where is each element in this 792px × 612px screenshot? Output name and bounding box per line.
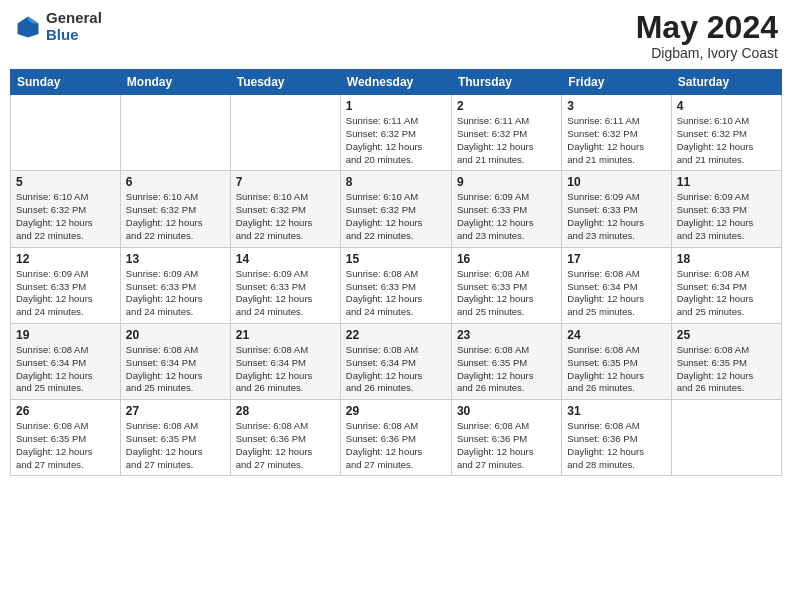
calendar-cell: 10Sunrise: 6:09 AM Sunset: 6:33 PM Dayli… bbox=[562, 171, 671, 247]
day-number: 10 bbox=[567, 175, 665, 189]
day-number: 21 bbox=[236, 328, 335, 342]
day-number: 15 bbox=[346, 252, 446, 266]
calendar-week-3: 12Sunrise: 6:09 AM Sunset: 6:33 PM Dayli… bbox=[11, 247, 782, 323]
calendar-cell: 12Sunrise: 6:09 AM Sunset: 6:33 PM Dayli… bbox=[11, 247, 121, 323]
day-number: 8 bbox=[346, 175, 446, 189]
calendar-cell: 11Sunrise: 6:09 AM Sunset: 6:33 PM Dayli… bbox=[671, 171, 781, 247]
calendar-cell: 31Sunrise: 6:08 AM Sunset: 6:36 PM Dayli… bbox=[562, 400, 671, 476]
weekday-header-saturday: Saturday bbox=[671, 70, 781, 95]
calendar-cell: 22Sunrise: 6:08 AM Sunset: 6:34 PM Dayli… bbox=[340, 323, 451, 399]
day-number: 28 bbox=[236, 404, 335, 418]
calendar-cell: 17Sunrise: 6:08 AM Sunset: 6:34 PM Dayli… bbox=[562, 247, 671, 323]
day-info: Sunrise: 6:09 AM Sunset: 6:33 PM Dayligh… bbox=[567, 191, 665, 242]
day-number: 9 bbox=[457, 175, 556, 189]
day-number: 19 bbox=[16, 328, 115, 342]
day-info: Sunrise: 6:09 AM Sunset: 6:33 PM Dayligh… bbox=[236, 268, 335, 319]
day-number: 20 bbox=[126, 328, 225, 342]
day-info: Sunrise: 6:11 AM Sunset: 6:32 PM Dayligh… bbox=[457, 115, 556, 166]
day-info: Sunrise: 6:08 AM Sunset: 6:36 PM Dayligh… bbox=[236, 420, 335, 471]
calendar-cell: 27Sunrise: 6:08 AM Sunset: 6:35 PM Dayli… bbox=[120, 400, 230, 476]
day-info: Sunrise: 6:08 AM Sunset: 6:36 PM Dayligh… bbox=[567, 420, 665, 471]
day-number: 5 bbox=[16, 175, 115, 189]
day-number: 7 bbox=[236, 175, 335, 189]
day-info: Sunrise: 6:10 AM Sunset: 6:32 PM Dayligh… bbox=[346, 191, 446, 242]
calendar-week-4: 19Sunrise: 6:08 AM Sunset: 6:34 PM Dayli… bbox=[11, 323, 782, 399]
day-info: Sunrise: 6:09 AM Sunset: 6:33 PM Dayligh… bbox=[16, 268, 115, 319]
day-number: 23 bbox=[457, 328, 556, 342]
day-info: Sunrise: 6:08 AM Sunset: 6:34 PM Dayligh… bbox=[677, 268, 776, 319]
day-number: 27 bbox=[126, 404, 225, 418]
logo: General Blue bbox=[14, 10, 102, 43]
day-number: 29 bbox=[346, 404, 446, 418]
logo-general-text: General bbox=[46, 10, 102, 27]
day-info: Sunrise: 6:08 AM Sunset: 6:35 PM Dayligh… bbox=[567, 344, 665, 395]
day-number: 13 bbox=[126, 252, 225, 266]
logo-text: General Blue bbox=[46, 10, 102, 43]
day-info: Sunrise: 6:08 AM Sunset: 6:36 PM Dayligh… bbox=[457, 420, 556, 471]
day-info: Sunrise: 6:08 AM Sunset: 6:35 PM Dayligh… bbox=[126, 420, 225, 471]
day-info: Sunrise: 6:08 AM Sunset: 6:35 PM Dayligh… bbox=[457, 344, 556, 395]
day-info: Sunrise: 6:08 AM Sunset: 6:33 PM Dayligh… bbox=[457, 268, 556, 319]
day-info: Sunrise: 6:10 AM Sunset: 6:32 PM Dayligh… bbox=[16, 191, 115, 242]
day-info: Sunrise: 6:09 AM Sunset: 6:33 PM Dayligh… bbox=[677, 191, 776, 242]
day-info: Sunrise: 6:10 AM Sunset: 6:32 PM Dayligh… bbox=[677, 115, 776, 166]
calendar-cell: 19Sunrise: 6:08 AM Sunset: 6:34 PM Dayli… bbox=[11, 323, 121, 399]
day-number: 25 bbox=[677, 328, 776, 342]
day-number: 22 bbox=[346, 328, 446, 342]
day-info: Sunrise: 6:08 AM Sunset: 6:34 PM Dayligh… bbox=[567, 268, 665, 319]
day-number: 16 bbox=[457, 252, 556, 266]
day-number: 3 bbox=[567, 99, 665, 113]
calendar-cell: 8Sunrise: 6:10 AM Sunset: 6:32 PM Daylig… bbox=[340, 171, 451, 247]
calendar-cell: 14Sunrise: 6:09 AM Sunset: 6:33 PM Dayli… bbox=[230, 247, 340, 323]
calendar-cell bbox=[11, 95, 121, 171]
calendar-cell: 28Sunrise: 6:08 AM Sunset: 6:36 PM Dayli… bbox=[230, 400, 340, 476]
day-info: Sunrise: 6:08 AM Sunset: 6:33 PM Dayligh… bbox=[346, 268, 446, 319]
calendar-cell: 1Sunrise: 6:11 AM Sunset: 6:32 PM Daylig… bbox=[340, 95, 451, 171]
day-number: 14 bbox=[236, 252, 335, 266]
day-number: 17 bbox=[567, 252, 665, 266]
day-number: 1 bbox=[346, 99, 446, 113]
logo-icon bbox=[14, 13, 42, 41]
day-number: 26 bbox=[16, 404, 115, 418]
weekday-header-monday: Monday bbox=[120, 70, 230, 95]
calendar-cell bbox=[671, 400, 781, 476]
calendar-cell: 16Sunrise: 6:08 AM Sunset: 6:33 PM Dayli… bbox=[451, 247, 561, 323]
day-info: Sunrise: 6:10 AM Sunset: 6:32 PM Dayligh… bbox=[236, 191, 335, 242]
calendar-cell: 30Sunrise: 6:08 AM Sunset: 6:36 PM Dayli… bbox=[451, 400, 561, 476]
calendar-cell: 23Sunrise: 6:08 AM Sunset: 6:35 PM Dayli… bbox=[451, 323, 561, 399]
day-info: Sunrise: 6:08 AM Sunset: 6:36 PM Dayligh… bbox=[346, 420, 446, 471]
day-info: Sunrise: 6:08 AM Sunset: 6:35 PM Dayligh… bbox=[16, 420, 115, 471]
calendar-cell: 13Sunrise: 6:09 AM Sunset: 6:33 PM Dayli… bbox=[120, 247, 230, 323]
day-info: Sunrise: 6:08 AM Sunset: 6:34 PM Dayligh… bbox=[346, 344, 446, 395]
day-number: 30 bbox=[457, 404, 556, 418]
calendar-cell: 2Sunrise: 6:11 AM Sunset: 6:32 PM Daylig… bbox=[451, 95, 561, 171]
calendar-cell: 15Sunrise: 6:08 AM Sunset: 6:33 PM Dayli… bbox=[340, 247, 451, 323]
location: Digbam, Ivory Coast bbox=[636, 45, 778, 61]
day-number: 4 bbox=[677, 99, 776, 113]
day-info: Sunrise: 6:11 AM Sunset: 6:32 PM Dayligh… bbox=[567, 115, 665, 166]
day-number: 6 bbox=[126, 175, 225, 189]
weekday-header-row: SundayMondayTuesdayWednesdayThursdayFrid… bbox=[11, 70, 782, 95]
weekday-header-wednesday: Wednesday bbox=[340, 70, 451, 95]
day-number: 2 bbox=[457, 99, 556, 113]
day-info: Sunrise: 6:08 AM Sunset: 6:34 PM Dayligh… bbox=[126, 344, 225, 395]
day-info: Sunrise: 6:09 AM Sunset: 6:33 PM Dayligh… bbox=[126, 268, 225, 319]
page-header: General Blue May 2024 Digbam, Ivory Coas… bbox=[10, 10, 782, 61]
calendar-cell: 26Sunrise: 6:08 AM Sunset: 6:35 PM Dayli… bbox=[11, 400, 121, 476]
calendar-cell: 18Sunrise: 6:08 AM Sunset: 6:34 PM Dayli… bbox=[671, 247, 781, 323]
calendar-cell: 9Sunrise: 6:09 AM Sunset: 6:33 PM Daylig… bbox=[451, 171, 561, 247]
calendar-cell: 3Sunrise: 6:11 AM Sunset: 6:32 PM Daylig… bbox=[562, 95, 671, 171]
title-block: May 2024 Digbam, Ivory Coast bbox=[636, 10, 778, 61]
calendar-cell: 29Sunrise: 6:08 AM Sunset: 6:36 PM Dayli… bbox=[340, 400, 451, 476]
calendar-cell bbox=[120, 95, 230, 171]
day-info: Sunrise: 6:09 AM Sunset: 6:33 PM Dayligh… bbox=[457, 191, 556, 242]
day-info: Sunrise: 6:11 AM Sunset: 6:32 PM Dayligh… bbox=[346, 115, 446, 166]
day-number: 31 bbox=[567, 404, 665, 418]
calendar-cell: 20Sunrise: 6:08 AM Sunset: 6:34 PM Dayli… bbox=[120, 323, 230, 399]
weekday-header-friday: Friday bbox=[562, 70, 671, 95]
day-number: 11 bbox=[677, 175, 776, 189]
weekday-header-thursday: Thursday bbox=[451, 70, 561, 95]
calendar-week-5: 26Sunrise: 6:08 AM Sunset: 6:35 PM Dayli… bbox=[11, 400, 782, 476]
day-info: Sunrise: 6:10 AM Sunset: 6:32 PM Dayligh… bbox=[126, 191, 225, 242]
calendar-table: SundayMondayTuesdayWednesdayThursdayFrid… bbox=[10, 69, 782, 476]
